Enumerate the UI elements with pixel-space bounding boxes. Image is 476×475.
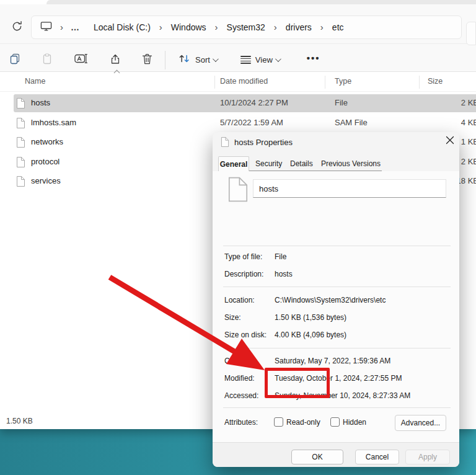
explorer-tab-strip [46,0,476,4]
file-row-hosts[interactable]: hosts 10/1/2024 2:27 PM File 2 KB [0,94,476,113]
ok-button[interactable]: OK [291,450,343,464]
divider [223,286,451,287]
advanced-button[interactable]: Advanced... [395,415,446,431]
read-only-label[interactable]: Read-only [286,418,320,427]
tab-security[interactable]: Security [255,159,282,171]
toolbar: Sort View ••• [0,44,476,76]
file-size: 2 KB [438,98,476,107]
paste-button[interactable] [37,49,58,71]
view-button[interactable]: View [234,49,286,71]
file-type: SAM File [335,118,368,127]
rename-button[interactable] [68,49,94,71]
refresh-button[interactable] [6,17,27,38]
file-type: File [335,98,348,107]
more-icon: ••• [307,53,320,63]
read-only-checkbox[interactable] [274,417,283,427]
file-icon [227,175,249,206]
file-name: services [31,176,61,185]
chevron-right-icon: › [315,22,328,32]
column-divider [325,76,325,89]
delete-button[interactable] [136,49,159,71]
copy-icon [10,53,20,67]
property-label: Created: [224,357,253,365]
toolbar-divider [165,51,165,69]
this-pc-icon [40,20,52,34]
share-icon [109,53,120,67]
list-header: Name Date modified Type Size [0,73,476,92]
see-more-button[interactable]: ••• [301,49,327,71]
property-label: Description: [224,270,263,278]
divider [223,407,451,408]
tab-general[interactable]: General [218,156,249,171]
property-label: Location: [224,296,255,304]
chevron-right-icon: › [210,22,223,32]
explorer-chrome: › … Local Disk (C:) › Windows › System32… [0,4,476,72]
refresh-icon [11,20,23,35]
tab-previous-versions[interactable]: Previous Versions [321,159,381,171]
property-value: 1.50 KB (1,536 bytes) [275,313,346,322]
view-icon [240,55,251,65]
property-value: hosts [275,270,293,278]
breadcrumb-item-system32[interactable]: System32 [223,20,269,34]
chevron-right-icon: › [154,22,167,32]
breadcrumb-item-etc[interactable]: etc [328,20,348,34]
address-row: › … Local Disk (C:) › Windows › System32… [0,11,476,44]
hidden-label[interactable]: Hidden [343,418,366,427]
column-divider [214,76,215,89]
tab-details[interactable]: Details [290,159,313,171]
property-value: Saturday, May 7, 2022, 1:59:36 AM [275,357,390,365]
share-button[interactable] [103,49,126,71]
close-button[interactable] [443,135,457,148]
file-name: protocol [31,157,60,166]
property-value: C:\Windows\System32\drivers\etc [275,296,386,304]
file-name: lmhosts.sam [31,118,76,127]
breadcrumb-item-windows[interactable]: Windows [167,20,210,34]
breadcrumb-item-drivers[interactable]: drivers [282,20,315,34]
file-size: 4 KB [438,118,476,127]
file-icon [221,136,229,150]
column-header-date-modified[interactable]: Date modified [220,77,268,86]
breadcrumb-item-local-disk[interactable]: Local Disk (C:) [90,20,154,34]
cancel-button[interactable]: Cancel [355,450,399,464]
property-value: 4.00 KB (4,096 bytes) [275,331,346,339]
file-date: 10/1/2024 2:27 PM [220,98,288,107]
column-header-size[interactable]: Size [428,77,443,86]
chevron-down-icon [275,56,281,62]
column-divider [419,76,420,89]
property-value: File [275,252,286,261]
address-bar[interactable]: › … Local Disk (C:) › Windows › System32… [31,16,462,39]
divider [223,348,451,348]
sort-icon [178,53,191,66]
property-label: Modified: [224,374,255,383]
hidden-checkbox[interactable] [330,417,340,427]
apply-button[interactable]: Apply [405,450,450,464]
copy-button[interactable] [4,49,26,71]
sort-button[interactable]: Sort [172,49,223,71]
filename-input[interactable] [253,179,446,198]
search-box-edge[interactable] [466,22,476,45]
file-date: 5/7/2022 1:59 AM [220,118,283,127]
property-label: Type of file: [224,252,262,261]
attributes-label: Attributes: [224,418,258,427]
property-label: Size: [224,313,241,322]
file-name: networks [31,137,63,146]
this-pc-button[interactable] [37,18,55,37]
delete-icon [142,53,152,67]
general-tab-page: Type of file: File Description: hosts Lo… [213,171,459,442]
property-label: Size on disk: [224,331,267,339]
column-header-name[interactable]: Name [25,77,45,86]
chevron-down-icon [213,56,219,62]
properties-dialog: hosts Properties General Security Detail… [213,132,459,467]
paste-icon [43,53,51,67]
sort-label: Sort [195,55,210,64]
file-icon [16,136,25,151]
view-label: View [255,55,273,64]
chevron-right-icon: › [269,22,282,32]
property-value: Tuesday, October 1, 2024, 2:27:55 PM [275,374,402,383]
column-header-type[interactable]: Type [335,77,351,86]
divider [223,246,451,246]
file-row-lmhosts[interactable]: lmhosts.sam 5/7/2022 1:59 AM SAM File 4 … [0,113,476,133]
close-icon [446,136,454,147]
breadcrumb-overflow-button[interactable]: … [68,22,82,32]
file-icon [16,175,25,190]
